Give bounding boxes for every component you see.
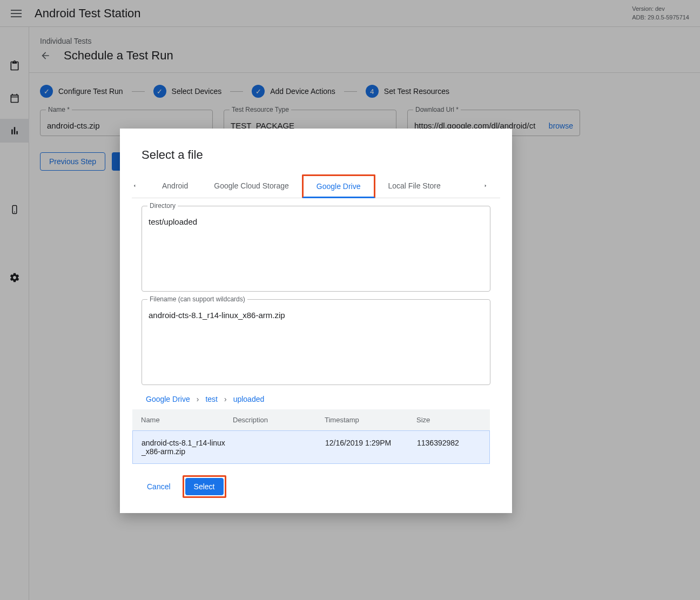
directory-field[interactable]: Directory test/uploaded <box>142 206 490 292</box>
filename-field[interactable]: Filename (can support wildcards) android… <box>142 299 490 385</box>
path-breadcrumb: Google Drive › test › uploaded <box>142 393 490 409</box>
tabs-scroll-left[interactable] <box>132 182 149 190</box>
crumb-uploaded[interactable]: uploaded <box>233 395 265 403</box>
tab-local-file-store[interactable]: Local File Store <box>375 174 454 198</box>
tab-android[interactable]: Android <box>149 174 201 198</box>
chevron-right-icon: › <box>197 395 199 403</box>
select-button[interactable]: Select <box>185 478 224 495</box>
crumb-test[interactable]: test <box>205 395 218 403</box>
crumb-root[interactable]: Google Drive <box>146 395 190 403</box>
tabs-scroll-right[interactable] <box>483 182 500 190</box>
dialog-title: Select a file <box>142 148 490 162</box>
tab-google-cloud-storage[interactable]: Google Cloud Storage <box>201 174 302 198</box>
chevron-right-icon: › <box>224 395 227 403</box>
select-file-dialog: Select a file Android Google Cloud Stora… <box>120 129 512 513</box>
cancel-button[interactable]: Cancel <box>142 478 176 495</box>
file-table-header: Name Description Timestamp Size <box>132 409 490 430</box>
file-table-row[interactable]: android-cts-8.1_r14-linux_x86-arm.zip 12… <box>132 430 490 464</box>
tab-google-drive[interactable]: Google Drive <box>302 174 375 198</box>
